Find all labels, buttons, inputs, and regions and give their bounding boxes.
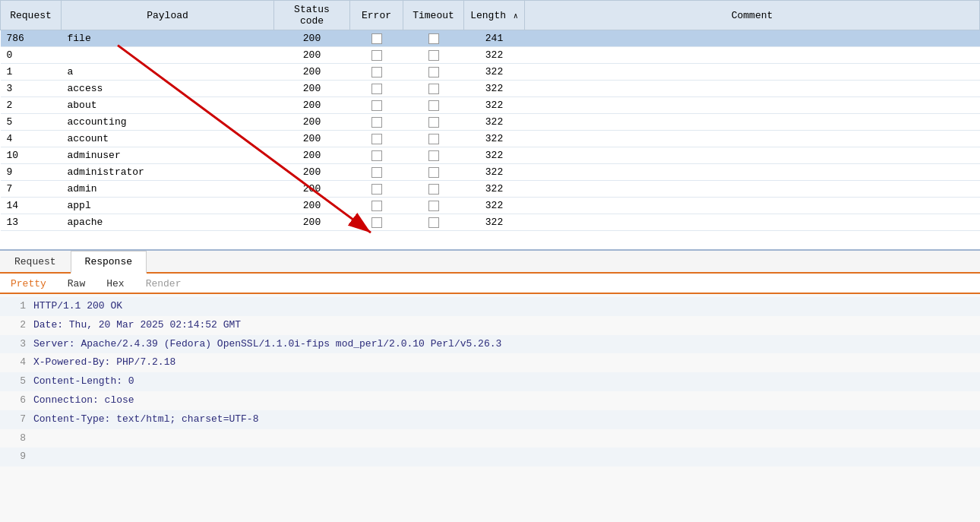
cell-error bbox=[350, 164, 403, 181]
checkbox[interactable] bbox=[428, 67, 439, 78]
checkbox[interactable] bbox=[371, 67, 382, 78]
cell-error bbox=[350, 81, 403, 97]
cell-error bbox=[350, 181, 403, 198]
checkbox[interactable] bbox=[371, 184, 382, 195]
response-line: 2Date: Thu, 20 Mar 2025 02:14:52 GMT bbox=[0, 316, 980, 335]
subtab-pretty[interactable]: Pretty bbox=[0, 275, 57, 294]
checkbox[interactable] bbox=[428, 150, 439, 161]
line-number: 5 bbox=[8, 374, 26, 390]
cell-status: 200 bbox=[274, 81, 350, 97]
cell-length: 241 bbox=[464, 30, 525, 47]
cell-length: 322 bbox=[464, 164, 525, 181]
col-header-payload[interactable]: Payload bbox=[62, 1, 274, 30]
table-row[interactable]: 9administrator200322 bbox=[1, 164, 980, 181]
cell-length: 322 bbox=[464, 47, 525, 64]
cell-timeout bbox=[403, 198, 464, 214]
cell-status: 200 bbox=[274, 97, 350, 114]
cell-request: 5 bbox=[1, 114, 62, 131]
cell-comment bbox=[525, 214, 980, 231]
line-number: 3 bbox=[8, 337, 26, 353]
checkbox[interactable] bbox=[371, 50, 382, 61]
table-row[interactable]: 7admin200322 bbox=[1, 181, 980, 198]
cell-length: 322 bbox=[464, 214, 525, 231]
table-row[interactable]: 786file200241 bbox=[1, 30, 980, 47]
checkbox[interactable] bbox=[371, 150, 382, 161]
cell-length: 322 bbox=[464, 131, 525, 147]
col-header-comment[interactable]: Comment bbox=[525, 1, 980, 30]
checkbox[interactable] bbox=[371, 100, 382, 111]
cell-comment bbox=[525, 198, 980, 214]
cell-comment bbox=[525, 30, 980, 47]
cell-request: 14 bbox=[1, 198, 62, 214]
cell-comment bbox=[525, 64, 980, 81]
col-header-status[interactable]: Status code bbox=[274, 1, 350, 30]
checkbox[interactable] bbox=[371, 117, 382, 128]
checkbox[interactable] bbox=[371, 134, 382, 144]
checkbox[interactable] bbox=[371, 33, 382, 44]
checkbox[interactable] bbox=[428, 117, 439, 128]
checkbox[interactable] bbox=[428, 134, 439, 144]
cell-status: 200 bbox=[274, 214, 350, 231]
sort-icon: ∧ bbox=[514, 12, 518, 21]
checkbox[interactable] bbox=[371, 84, 382, 94]
table-row[interactable]: 3access200322 bbox=[1, 81, 980, 97]
cell-payload: accounting bbox=[62, 114, 274, 131]
cell-error bbox=[350, 131, 403, 147]
table-row[interactable]: 13apache200322 bbox=[1, 214, 980, 231]
table-row[interactable]: 4account200322 bbox=[1, 131, 980, 147]
table-row[interactable]: 14appl200322 bbox=[1, 198, 980, 214]
subtab-hex[interactable]: Hex bbox=[96, 275, 134, 293]
checkbox[interactable] bbox=[428, 100, 439, 111]
checkbox[interactable] bbox=[371, 201, 382, 211]
response-line: 6Connection: close bbox=[0, 391, 980, 410]
cell-comment bbox=[525, 131, 980, 147]
response-line: 5Content-Length: 0 bbox=[0, 372, 980, 391]
line-number: 2 bbox=[8, 318, 26, 334]
cell-payload: account bbox=[62, 131, 274, 147]
cell-timeout bbox=[403, 164, 464, 181]
response-line: 4X-Powered-By: PHP/7.2.18 bbox=[0, 353, 980, 372]
cell-status: 200 bbox=[274, 147, 350, 164]
cell-timeout bbox=[403, 214, 464, 231]
line-number: 4 bbox=[8, 355, 26, 371]
table-row[interactable]: 0200322 bbox=[1, 47, 980, 64]
col-header-error[interactable]: Error bbox=[350, 1, 403, 30]
cell-status: 200 bbox=[274, 114, 350, 131]
response-line: 1HTTP/1.1 200 OK bbox=[0, 297, 980, 316]
cell-error bbox=[350, 97, 403, 114]
subtab-raw[interactable]: Raw bbox=[57, 275, 96, 293]
checkbox[interactable] bbox=[428, 50, 439, 61]
cell-length: 322 bbox=[464, 181, 525, 198]
checkbox[interactable] bbox=[428, 217, 439, 228]
checkbox[interactable] bbox=[428, 84, 439, 94]
cell-request: 786 bbox=[1, 30, 62, 47]
checkbox[interactable] bbox=[428, 167, 439, 178]
table-body: 786file20024102003221a2003223access20032… bbox=[1, 30, 980, 231]
checkbox[interactable] bbox=[428, 33, 439, 44]
cell-timeout bbox=[403, 147, 464, 164]
tab-response[interactable]: Response bbox=[71, 251, 147, 274]
cell-payload bbox=[62, 47, 274, 64]
subtab-render[interactable]: Render bbox=[135, 275, 192, 293]
cell-error bbox=[350, 214, 403, 231]
sub-tabs: Pretty Raw Hex Render bbox=[0, 274, 980, 294]
checkbox[interactable] bbox=[428, 201, 439, 211]
response-line: 7Content-Type: text/html; charset=UTF-8 bbox=[0, 410, 980, 429]
tab-request[interactable]: Request bbox=[0, 251, 71, 274]
col-header-request[interactable]: Request bbox=[1, 1, 62, 30]
table-row[interactable]: 5accounting200322 bbox=[1, 114, 980, 131]
response-line: 9 bbox=[0, 448, 980, 467]
checkbox[interactable] bbox=[371, 167, 382, 178]
table-row[interactable]: 1a200322 bbox=[1, 64, 980, 81]
checkbox[interactable] bbox=[371, 217, 382, 228]
cell-timeout bbox=[403, 97, 464, 114]
table-row[interactable]: 2about200322 bbox=[1, 97, 980, 114]
table-row[interactable]: 10adminuser200322 bbox=[1, 147, 980, 164]
cell-error bbox=[350, 147, 403, 164]
col-header-timeout[interactable]: Timeout bbox=[403, 1, 464, 30]
col-header-length[interactable]: Length ∧ bbox=[464, 1, 525, 30]
cell-length: 322 bbox=[464, 198, 525, 214]
line-number: 1 bbox=[8, 299, 26, 315]
cell-comment bbox=[525, 97, 980, 114]
checkbox[interactable] bbox=[428, 184, 439, 195]
